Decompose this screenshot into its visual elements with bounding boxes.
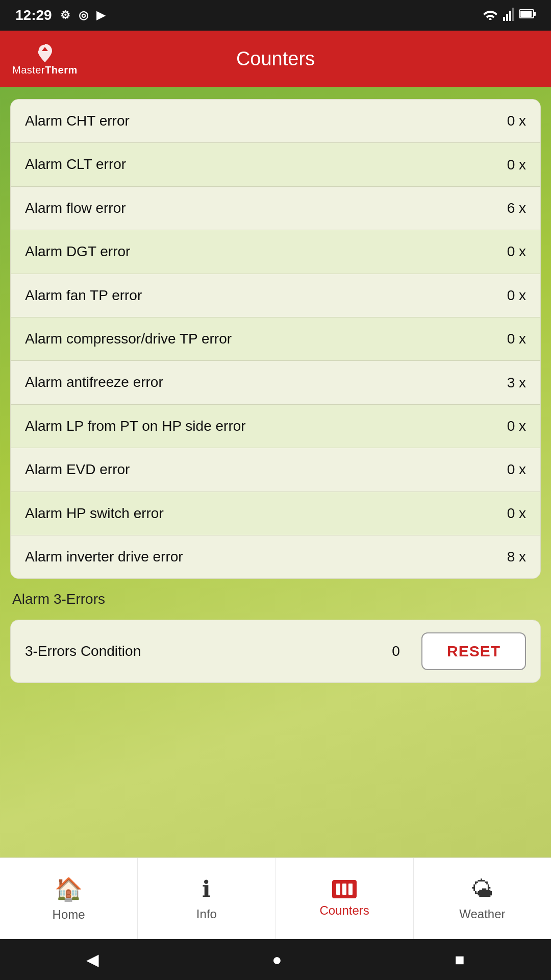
home-button[interactable]: ● (272, 950, 282, 969)
counter-value: 3 x (485, 375, 526, 391)
weather-nav-label: Weather (459, 907, 505, 921)
counter-label: Alarm antifreeze error (25, 373, 485, 391)
counter-value: 0 x (485, 461, 526, 478)
svg-rect-4 (512, 8, 514, 21)
counter-row: Alarm compressor/drive TP error0 x (11, 317, 540, 361)
counter-row: Alarm antifreeze error3 x (11, 361, 540, 404)
weather-nav-icon: 🌤 (471, 876, 493, 902)
status-right-icons (483, 7, 536, 24)
signal-icon (503, 7, 514, 24)
battery-icon (519, 9, 536, 22)
counter-row: Alarm EVD error0 x (11, 448, 540, 492)
android-nav-bar: ◀ ● ■ (0, 939, 551, 980)
errors-card: 3-Errors Condition 0 RESET (10, 620, 541, 683)
counter-label: Alarm CHT error (25, 112, 485, 130)
main-content: Alarm CHT error0 xAlarm CLT error0 xAlar… (0, 87, 551, 857)
play-icon: ▶ (96, 9, 105, 22)
counters-nav-icon (332, 880, 357, 898)
counter-label: Alarm inverter drive error (25, 548, 485, 566)
home-nav-icon: 🏠 (55, 876, 83, 902)
alarm-3-errors-label: Alarm 3-Errors (10, 587, 541, 611)
nav-item-info[interactable]: ℹInfo (138, 858, 276, 939)
gear-icon: ⚙ (60, 9, 70, 22)
at-circle-icon: ◎ (79, 9, 88, 22)
nav-item-counters[interactable]: Counters (276, 858, 414, 939)
counter-list-card: Alarm CHT error0 xAlarm CLT error0 xAlar… (10, 99, 541, 579)
counter-value: 0 x (485, 157, 526, 173)
counter-label: Alarm flow error (25, 199, 485, 217)
errors-condition-label: 3-Errors Condition (25, 643, 370, 659)
errors-condition-value: 0 (381, 643, 411, 659)
svg-rect-2 (506, 14, 508, 21)
counter-value: 6 x (485, 200, 526, 216)
counter-row: Alarm LP from PT on HP side error0 x (11, 405, 540, 448)
counters-nav-label: Counters (319, 903, 369, 918)
counter-row: Alarm DGT error0 x (11, 230, 540, 274)
status-bar: 12:29 ⚙ ◎ ▶ (0, 0, 551, 31)
status-time-area: 12:29 ⚙ ◎ ▶ (15, 7, 105, 23)
svg-rect-7 (520, 11, 532, 17)
counter-value: 0 x (485, 287, 526, 304)
app-header: MasterTherm Counters (0, 31, 551, 87)
counter-label: Alarm compressor/drive TP error (25, 330, 485, 348)
counter-label: Alarm LP from PT on HP side error (25, 417, 485, 435)
counter-value: 0 x (485, 113, 526, 129)
counter-row: Alarm inverter drive error8 x (11, 535, 540, 578)
clock: 12:29 (15, 7, 52, 23)
counter-row: Alarm CLT error0 x (11, 143, 540, 186)
nav-item-weather[interactable]: 🌤Weather (414, 858, 551, 939)
nav-item-home[interactable]: 🏠Home (0, 858, 138, 939)
counter-label: Alarm EVD error (25, 460, 485, 479)
errors-row: 3-Errors Condition 0 RESET (11, 620, 540, 682)
logo-area: MasterTherm (12, 42, 78, 76)
counter-row: Alarm HP switch error0 x (11, 492, 540, 535)
svg-rect-6 (534, 12, 536, 16)
reset-button[interactable]: RESET (421, 632, 526, 670)
counter-value: 0 x (485, 418, 526, 434)
counter-row: Alarm flow error6 x (11, 187, 540, 230)
counter-row: Alarm CHT error0 x (11, 100, 540, 143)
counter-label: Alarm fan TP error (25, 286, 485, 305)
counter-value: 0 x (485, 505, 526, 522)
svg-rect-1 (503, 17, 505, 21)
svg-rect-3 (509, 11, 511, 21)
counter-value: 8 x (485, 549, 526, 565)
recent-button[interactable]: ■ (455, 950, 464, 969)
counter-label: Alarm CLT error (25, 155, 485, 174)
logo-text: MasterTherm (12, 64, 78, 76)
bottom-nav: 🏠HomeℹInfoCounters🌤Weather (0, 857, 551, 939)
info-nav-label: Info (196, 907, 217, 921)
home-nav-label: Home (53, 908, 85, 922)
counter-value: 0 x (485, 243, 526, 260)
counter-value: 0 x (485, 331, 526, 347)
counter-label: Alarm DGT error (25, 242, 485, 261)
wifi-icon (483, 8, 498, 23)
page-title: Counters (236, 48, 315, 70)
back-button[interactable]: ◀ (86, 950, 99, 969)
counter-label: Alarm HP switch error (25, 504, 485, 523)
counter-row: Alarm fan TP error0 x (11, 274, 540, 317)
mastertherm-logo-icon (32, 42, 58, 64)
info-nav-icon: ℹ (202, 876, 211, 902)
svg-point-0 (489, 18, 492, 20)
